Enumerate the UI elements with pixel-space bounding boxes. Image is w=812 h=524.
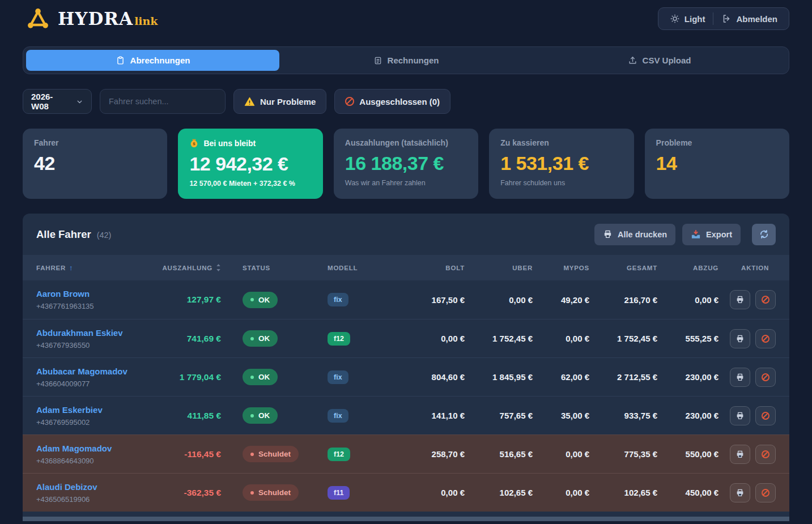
row-exclude-button[interactable] [755, 329, 776, 348]
print-all-button[interactable]: Alle drucken [594, 224, 675, 245]
export-button[interactable]: Export [682, 224, 741, 245]
logout-button[interactable]: Abmelden [716, 10, 783, 27]
clipboard-icon [116, 56, 125, 65]
theme-toggle-button[interactable]: Light [664, 10, 711, 27]
stat-label: Probleme [656, 138, 778, 147]
status-label: Schuldet [258, 450, 291, 458]
status-dot-icon [250, 453, 254, 456]
gesamt-value: 933,75 € [589, 411, 657, 420]
column-header-modell: Modell [306, 265, 401, 271]
driver-name-link[interactable]: Aaron Brown [36, 288, 90, 300]
column-header-uber: Uber [465, 265, 533, 271]
refresh-button[interactable] [752, 224, 776, 245]
sun-icon [670, 14, 680, 24]
status-cell: Schuldet [221, 446, 306, 462]
stat-label: $ Bei uns bleibt [189, 138, 311, 148]
row-exclude-button[interactable] [755, 445, 776, 464]
column-header-auszahlung[interactable]: Auszahlung [158, 264, 221, 271]
driver-name-link[interactable]: Abdurakhman Eskiev [36, 327, 123, 339]
week-select[interactable]: 2026-W08 [23, 89, 92, 114]
mypos-value: 62,00 € [533, 372, 589, 382]
sort-ascending-icon: ↑ [69, 263, 73, 272]
row-exclude-button[interactable] [755, 290, 776, 309]
logout-icon [721, 14, 732, 24]
gesamt-value: 2 712,55 € [589, 372, 657, 382]
driver-phone: +436604009077 [36, 379, 158, 389]
column-header-mypos: Mypos [533, 265, 589, 271]
driver-cell: Adam Magomadov +4368864643090 [36, 442, 158, 466]
search-input[interactable] [100, 89, 226, 114]
ban-icon [762, 373, 770, 381]
stat-label: Zu kassieren [500, 138, 622, 147]
row-print-button[interactable] [730, 406, 750, 425]
row-print-button[interactable] [730, 329, 750, 348]
status-label: Schuldet [258, 488, 291, 497]
row-print-button[interactable] [730, 290, 750, 309]
status-dot-icon [250, 298, 254, 301]
driver-cell: Alaudi Debizov +436506519906 [36, 481, 158, 504]
ban-icon [762, 412, 770, 420]
payout-value: 127,97 € [158, 295, 221, 305]
panel-title: Alle Fahrer [36, 228, 91, 241]
print-all-label: Alle drucken [618, 230, 667, 239]
row-print-button[interactable] [730, 368, 750, 387]
gesamt-value: 216,70 € [589, 295, 657, 305]
gesamt-value: 1 752,45 € [589, 334, 657, 343]
row-exclude-button[interactable] [755, 406, 776, 425]
session-controls: Light Abmelden [658, 7, 789, 30]
stat-card-probleme: Probleme 14 [645, 129, 789, 199]
tab-rechnungen[interactable]: Rechnungen [279, 50, 533, 71]
row-exclude-button[interactable] [755, 368, 776, 387]
refresh-icon [759, 229, 769, 239]
status-cell: OK [221, 330, 306, 347]
status-cell: OK [221, 292, 306, 308]
row-print-button[interactable] [730, 445, 750, 464]
payout-value: 741,69 € [158, 334, 221, 344]
tab-csv-upload[interactable]: CSV Upload [533, 50, 786, 71]
excluded-button[interactable]: Ausgeschlossen (0) [334, 89, 450, 114]
status-badge: OK [243, 292, 278, 308]
model-cell: f12 [306, 448, 401, 461]
model-badge: f12 [328, 448, 350, 461]
abzug-value: 450,00 € [657, 488, 719, 497]
only-problems-button[interactable]: Nur Probleme [233, 89, 326, 114]
driver-name-link[interactable]: Abubacar Magomadov [36, 366, 127, 377]
driver-name-link[interactable]: Adam Magomadov [36, 443, 112, 454]
column-header-fahrer[interactable]: Fahrer↑ [36, 263, 158, 272]
stat-cards: Fahrer 42 $ Bei uns bleibt 12 942,32 € 1… [23, 129, 789, 199]
partial-next-row [23, 517, 789, 521]
status-cell: Schuldet [221, 484, 306, 501]
row-print-button[interactable] [730, 483, 750, 502]
status-badge: Schuldet [243, 446, 299, 462]
week-select-value: 2026-W08 [31, 92, 69, 111]
status-cell: OK [221, 407, 306, 424]
uber-value: 757,65 € [465, 411, 533, 420]
stat-value: 14 [656, 152, 778, 174]
abzug-value: 0,00 € [657, 295, 719, 305]
row-actions [719, 406, 776, 425]
stat-label: Fahrer [34, 138, 156, 147]
uber-value: 102,65 € [465, 488, 533, 497]
bolt-value: 804,60 € [401, 372, 465, 382]
row-actions [719, 329, 776, 348]
mypos-value: 0,00 € [533, 334, 589, 343]
table-row: Abubacar Magomadov +436604009077 1 779,0… [23, 357, 789, 396]
driver-name-link[interactable]: Adam Eskerbiev [36, 404, 103, 416]
row-exclude-button[interactable] [755, 483, 776, 502]
stat-subtitle: 12 570,00 € Mieten + 372,32 € % [189, 180, 311, 188]
excluded-label: Ausgeschlossen (0) [359, 97, 440, 106]
status-label: OK [258, 411, 270, 420]
table-row: Adam Magomadov +4368864643090 -116,45 € … [23, 434, 789, 473]
driver-phone: +436506519906 [36, 495, 158, 505]
table-row: Aaron Brown +4367761963135 127,97 € OK f… [23, 280, 789, 319]
driver-name-link[interactable]: Alaudi Debizov [36, 482, 97, 493]
status-dot-icon [250, 491, 254, 495]
tab-abrechnungen[interactable]: Abrechnungen [26, 50, 279, 71]
only-problems-label: Nur Probleme [260, 97, 316, 106]
row-actions [719, 445, 776, 464]
payout-value: -116,45 € [158, 449, 221, 459]
driver-phone: +436769595002 [36, 418, 158, 428]
export-label: Export [706, 230, 732, 239]
status-label: OK [258, 334, 270, 343]
stat-value: 12 942,32 € [189, 153, 311, 175]
